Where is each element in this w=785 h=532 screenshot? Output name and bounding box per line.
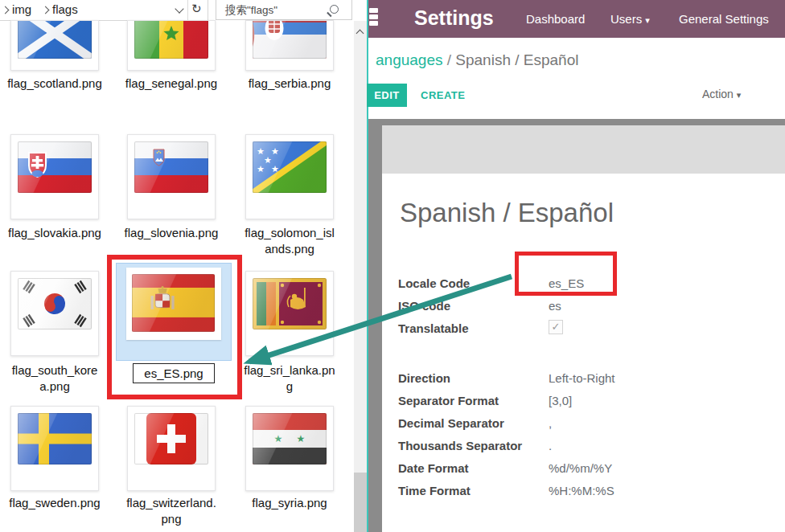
file-thumbnail[interactable] bbox=[10, 134, 99, 219]
flag-image-syria: ★★ bbox=[253, 413, 327, 464]
breadcrumb-separator: / bbox=[442, 51, 455, 68]
nav-item-users[interactable]: Users ▾ bbox=[610, 12, 650, 26]
flag-image-solomon: ​★★★★★ bbox=[253, 141, 327, 193]
flag-image-senegal bbox=[134, 20, 208, 59]
rename-input[interactable]: es_ES.png bbox=[133, 363, 215, 383]
breadcrumb-item-img[interactable]: img bbox=[12, 2, 31, 16]
file-name[interactable]: flag_senegal.png bbox=[124, 76, 219, 92]
file-thumbnail[interactable] bbox=[245, 271, 334, 356]
divider bbox=[187, 0, 188, 20]
search-icon[interactable] bbox=[330, 5, 339, 14]
form-row: Time Format%H:%M:%S bbox=[382, 481, 785, 503]
field-label: Date Format bbox=[398, 461, 469, 475]
chevron-down-icon: ▾ bbox=[737, 90, 742, 100]
breadcrumb-link-languages[interactable]: anguages bbox=[376, 51, 442, 68]
field-label: Translatable bbox=[398, 321, 469, 335]
content-top-edge bbox=[368, 119, 785, 125]
nav-item-general-settings[interactable]: General Settings bbox=[679, 12, 769, 26]
search-text: 搜索"flags" bbox=[225, 3, 277, 18]
form-row: Translatable✓ bbox=[382, 318, 785, 341]
refresh-icon[interactable]: ↻ bbox=[191, 2, 202, 16]
field-label: ISO code bbox=[398, 299, 450, 313]
field-value: , bbox=[549, 416, 552, 430]
top-nav: DashboardUsers ▾General Settings bbox=[368, 12, 785, 28]
file-thumbnail[interactable] bbox=[127, 20, 216, 71]
breadcrumb-item-flags[interactable]: flags bbox=[52, 2, 78, 16]
scrollbar-up-icon[interactable] bbox=[356, 30, 364, 38]
nav-item-dashboard[interactable]: Dashboard bbox=[526, 12, 585, 26]
breadcrumb-current: Spanish / Español bbox=[455, 51, 578, 68]
field-value: es bbox=[549, 299, 561, 313]
file-thumbnail[interactable]: ★★ bbox=[245, 406, 334, 491]
file-thumbnail[interactable] bbox=[10, 406, 99, 491]
file-thumbnail[interactable] bbox=[245, 20, 334, 71]
field-group-1: Locale Codees_ESISO codeesTranslatable✓ bbox=[382, 273, 785, 341]
form-row: Locale Codees_ES bbox=[382, 273, 785, 296]
flag-image-scotland bbox=[18, 20, 92, 59]
file-thumbnail[interactable] bbox=[10, 20, 99, 71]
file-name[interactable]: flag_syria.png bbox=[242, 495, 337, 511]
field-value: [3,0] bbox=[549, 394, 572, 407]
file-name[interactable]: flag_scotland.png bbox=[7, 76, 102, 92]
flag-image-switzerland bbox=[134, 413, 208, 464]
address-dropdown-icon[interactable] bbox=[175, 4, 183, 13]
file-thumbnail[interactable]: ​★★★★★ bbox=[245, 134, 334, 219]
content-background bbox=[382, 125, 785, 174]
form-row: DirectionLeft-to-Right bbox=[382, 368, 785, 391]
selected-file-tile[interactable] bbox=[116, 263, 232, 361]
action-dropdown[interactable]: Action ▾ bbox=[702, 88, 741, 100]
file-name[interactable]: flag_south_korea.png bbox=[7, 362, 102, 394]
field-label: Thousands Separator bbox=[398, 439, 522, 452]
scrollbar[interactable] bbox=[354, 21, 367, 532]
file-name[interactable]: flag_solomon_islands.png bbox=[242, 225, 337, 256]
file-name[interactable]: flag_slovakia.png bbox=[7, 225, 102, 241]
svg-text:★: ★ bbox=[297, 433, 306, 444]
field-value: %d/%m/%Y bbox=[549, 461, 612, 475]
file-name[interactable]: flag_slovenia.png bbox=[124, 225, 219, 241]
svg-text:★: ★ bbox=[257, 164, 265, 174]
svg-text:★: ★ bbox=[274, 433, 283, 444]
svg-text:★: ★ bbox=[271, 164, 279, 174]
field-label: Separator Format bbox=[398, 394, 499, 407]
field-label: Decimal Separator bbox=[398, 416, 504, 430]
create-button[interactable]: CREATE bbox=[421, 89, 465, 101]
file-name[interactable]: flag_sri_lanka.png bbox=[242, 362, 337, 394]
file-explorer-window: imgflags ↻ 搜索"flags" flag_scotland.pngfl… bbox=[0, 0, 367, 532]
file-thumbnail[interactable] bbox=[127, 406, 216, 491]
scrollbar-thumb[interactable] bbox=[354, 473, 367, 532]
search-input[interactable]: 搜索"flags" bbox=[216, 0, 352, 20]
form-row: Decimal Separator, bbox=[382, 413, 785, 436]
record-title: Spanish / Español bbox=[400, 198, 614, 228]
file-name[interactable]: flag_serbia.png bbox=[242, 76, 337, 92]
file-thumbnail bbox=[126, 268, 221, 340]
field-value: es_ES bbox=[549, 276, 584, 290]
edit-button[interactable]: EDIT bbox=[367, 84, 407, 107]
flag-image-serbia bbox=[253, 20, 327, 59]
svg-text:★: ★ bbox=[264, 155, 272, 166]
form-row: Separator Format[3,0] bbox=[382, 391, 785, 413]
svg-text:★: ★ bbox=[257, 146, 265, 157]
breadcrumb-chevron-icon bbox=[2, 6, 10, 14]
screenshot-stage: imgflags ↻ 搜索"flags" flag_scotland.pngfl… bbox=[0, 0, 785, 532]
translatable-checkbox[interactable]: ✓ bbox=[549, 320, 563, 334]
address-bar[interactable]: imgflags ↻ bbox=[0, 0, 208, 21]
field-value: %H:%M:%S bbox=[549, 484, 614, 497]
file-name[interactable]: flag_sweden.png bbox=[7, 495, 102, 511]
file-thumbnail[interactable] bbox=[10, 271, 99, 356]
odoo-header: Settings DashboardUsers ▾General Setting… bbox=[368, 0, 785, 38]
odoo-breadcrumb: anguages / Spanish / Español bbox=[376, 51, 578, 69]
file-name[interactable]: flag_switzerland.png bbox=[124, 495, 219, 526]
breadcrumb-chevron-icon bbox=[42, 6, 50, 14]
odoo-window: Settings DashboardUsers ▾General Setting… bbox=[367, 0, 785, 532]
file-thumbnail[interactable] bbox=[127, 134, 216, 219]
field-label: Time Format bbox=[398, 484, 471, 497]
flag-image-srilanka bbox=[253, 278, 327, 329]
svg-text:★: ★ bbox=[271, 146, 279, 157]
field-label: Locale Code bbox=[398, 276, 470, 290]
form-row: ISO codees bbox=[382, 296, 785, 318]
form-sheet: Spanish / Español Locale Codees_ESISO co… bbox=[382, 174, 785, 532]
field-value: Left-to-Right bbox=[549, 371, 615, 385]
field-value: . bbox=[549, 439, 552, 452]
flag-image-sweden bbox=[18, 413, 92, 464]
flag-image-spain bbox=[132, 274, 215, 332]
